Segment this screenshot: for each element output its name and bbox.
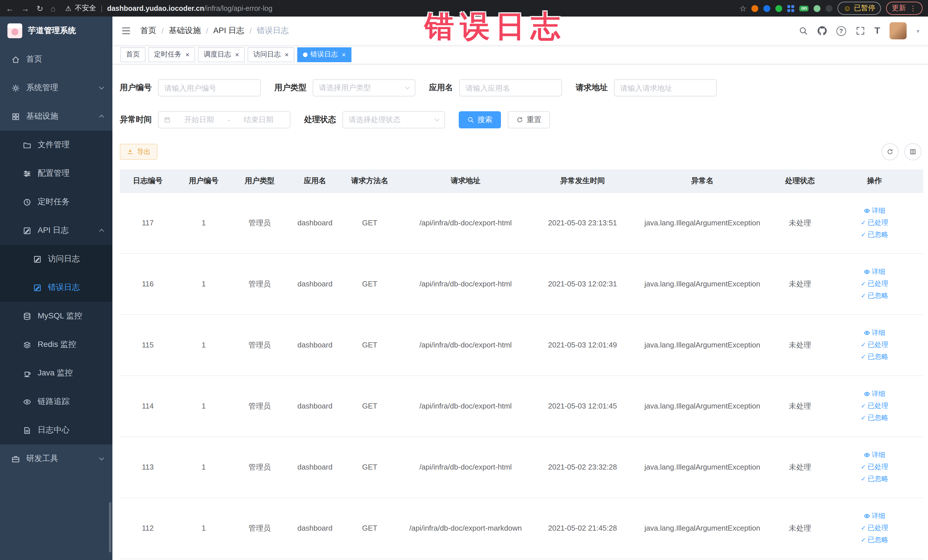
- mark-processed-link[interactable]: ✓ 已处理: [861, 523, 888, 533]
- cell-app-name: dashboard: [288, 253, 342, 314]
- breadcrumb-home[interactable]: 首页: [140, 26, 156, 36]
- tab-access-logs[interactable]: 访问日志 ×: [247, 47, 295, 62]
- mark-ignored-link[interactable]: ✓ 已忽略: [861, 474, 888, 484]
- breadcrumb-api-logs[interactable]: API 日志: [214, 26, 244, 36]
- mark-ignored-link[interactable]: ✓ 已忽略: [861, 230, 888, 240]
- table-row: 112 1 管理员 dashboard GET /api/infra/db-do…: [120, 497, 923, 558]
- detail-link[interactable]: 详细: [864, 267, 885, 277]
- sidebar-item-infrastructure[interactable]: 基础设施: [0, 102, 112, 131]
- breadcrumb-infrastructure[interactable]: 基础设施: [169, 26, 201, 36]
- github-icon[interactable]: [817, 26, 826, 35]
- tab-scheduled-tasks[interactable]: 定时任务 ×: [148, 47, 195, 62]
- chevron-up-icon: [99, 115, 104, 119]
- detail-link[interactable]: 详细: [864, 511, 885, 521]
- collapse-sidebar-icon[interactable]: [121, 26, 131, 36]
- close-icon[interactable]: ×: [342, 51, 346, 58]
- mark-ignored-link[interactable]: ✓ 已忽略: [861, 291, 888, 301]
- extension-icon-orange[interactable]: [752, 5, 759, 12]
- cell-app-name: dashboard: [288, 436, 342, 497]
- sidebar-item-link-tracing[interactable]: 链路追踪: [0, 388, 112, 416]
- sidebar-item-scheduled-tasks[interactable]: 定时任务: [0, 188, 112, 216]
- sidebar-item-dev-tools[interactable]: 研发工具: [0, 444, 112, 473]
- tab-error-logs[interactable]: 错误日志 ×: [297, 47, 351, 62]
- refresh-table-button[interactable]: [881, 143, 898, 160]
- bookmark-star-icon[interactable]: ☆: [739, 4, 746, 12]
- mark-ignored-link[interactable]: ✓ 已忽略: [861, 535, 888, 545]
- cell-actions: 详细 ✓ 已处理 ✓ 已忽略: [826, 314, 923, 375]
- detail-link[interactable]: 详细: [864, 206, 885, 216]
- user-id-input[interactable]: [158, 79, 261, 96]
- fullscreen-icon[interactable]: [856, 26, 865, 35]
- mark-ignored-link[interactable]: ✓ 已忽略: [861, 352, 888, 362]
- paused-badge[interactable]: ☺ 已暂停: [838, 2, 881, 15]
- address-bar[interactable]: ⚠ 不安全 | dashboard.yudao.iocoder.cn/infra…: [65, 3, 732, 13]
- close-icon[interactable]: ×: [185, 51, 189, 58]
- extension-icon-blue[interactable]: [764, 5, 771, 12]
- tab-home[interactable]: 首页: [121, 47, 145, 62]
- sidebar-item-home[interactable]: 首页: [0, 45, 112, 73]
- cell-user-id: 1: [176, 253, 232, 314]
- sidebar-item-java-monitor[interactable]: Java 监控: [0, 359, 112, 388]
- sidebar-item-config-management[interactable]: 配置管理: [0, 159, 112, 188]
- process-status-select[interactable]: 请选择处理状态: [342, 111, 445, 128]
- cell-actions: 详细 ✓ 已处理 ✓ 已忽略: [826, 436, 923, 497]
- process-status-label: 处理状态: [304, 115, 336, 125]
- tab-schedule-logs[interactable]: 调度日志 ×: [198, 47, 245, 62]
- cell-request-url: /api/infra/db-doc/export-html: [397, 314, 534, 375]
- close-icon[interactable]: ×: [285, 51, 289, 58]
- browser-home-icon[interactable]: ⌂: [50, 4, 55, 12]
- sidebar-item-api-logs[interactable]: API 日志: [0, 216, 112, 245]
- extension-icon-grid[interactable]: [788, 5, 795, 12]
- search-button[interactable]: 搜索: [459, 111, 501, 128]
- font-size-icon[interactable]: T: [875, 26, 880, 36]
- export-button[interactable]: 导出: [120, 144, 157, 160]
- mark-processed-link[interactable]: ✓ 已处理: [861, 401, 888, 411]
- sidebar-item-file-management[interactable]: 文件管理: [0, 131, 112, 159]
- mark-processed-link[interactable]: ✓ 已处理: [861, 340, 888, 350]
- mark-processed-link[interactable]: ✓ 已处理: [861, 462, 888, 472]
- chevron-down-icon[interactable]: ▾: [917, 27, 919, 34]
- cell-request-url: /api/infra/db-doc/export-html: [397, 375, 534, 436]
- tabs-bar: 首页 定时任务 × 调度日志 × 访问日志 × 错误日志 ×: [112, 45, 928, 64]
- extension-icon-paw[interactable]: [826, 5, 832, 12]
- browser-back-icon[interactable]: ←: [6, 4, 14, 12]
- coffee-cup-icon: [23, 369, 31, 377]
- eye-icon: [23, 397, 31, 406]
- extension-icon-leaf[interactable]: [814, 5, 820, 12]
- calendar-icon: [164, 116, 171, 123]
- mark-processed-link[interactable]: ✓ 已处理: [861, 279, 888, 289]
- sidebar-item-mysql-monitor[interactable]: MySQL 监控: [0, 302, 112, 330]
- extension-icon-on-badge[interactable]: on: [800, 5, 809, 11]
- check-icon: ✓: [861, 476, 866, 482]
- sidebar-item-access-logs[interactable]: 访问日志: [0, 245, 112, 273]
- browser-update-button[interactable]: 更新 ⋮: [886, 2, 922, 15]
- search-icon[interactable]: [798, 26, 807, 35]
- app-name-input[interactable]: [459, 79, 562, 96]
- sidebar-item-error-logs[interactable]: 错误日志: [0, 273, 112, 302]
- reset-button[interactable]: 重置: [508, 111, 550, 128]
- help-icon[interactable]: ?: [836, 26, 846, 36]
- sidebar-logo[interactable]: 芋道管理系统: [0, 17, 112, 45]
- security-indicator[interactable]: ⚠ 不安全: [65, 3, 96, 13]
- page-content: 用户编号 用户类型 请选择用户类型 应用名: [112, 64, 928, 560]
- detail-link[interactable]: 详细: [864, 328, 885, 338]
- close-icon[interactable]: ×: [235, 51, 239, 58]
- cell-log-id: 116: [120, 253, 176, 314]
- browser-refresh-icon[interactable]: ↻: [37, 4, 43, 12]
- sidebar-item-redis-monitor[interactable]: Redis 监控: [0, 330, 112, 359]
- browser-forward-icon[interactable]: →: [21, 4, 29, 12]
- sidebar-item-system[interactable]: 系统管理: [0, 73, 112, 102]
- detail-link[interactable]: 详细: [864, 389, 885, 399]
- sidebar-scrollbar[interactable]: [109, 502, 111, 552]
- mark-ignored-link[interactable]: ✓ 已忽略: [861, 413, 888, 423]
- user-type-select[interactable]: 请选择用户类型: [313, 79, 415, 96]
- avatar[interactable]: [890, 22, 907, 40]
- extension-icon-green[interactable]: [776, 5, 783, 12]
- detail-link[interactable]: 详细: [864, 450, 885, 460]
- request-url-input[interactable]: [614, 79, 717, 96]
- mark-processed-link[interactable]: ✓ 已处理: [861, 218, 888, 227]
- date-range-picker[interactable]: 开始日期 - 结束日期: [158, 111, 290, 128]
- column-settings-button[interactable]: [904, 143, 921, 160]
- cell-method: GET: [342, 192, 397, 253]
- sidebar-item-log-center[interactable]: 日志中心: [0, 416, 112, 444]
